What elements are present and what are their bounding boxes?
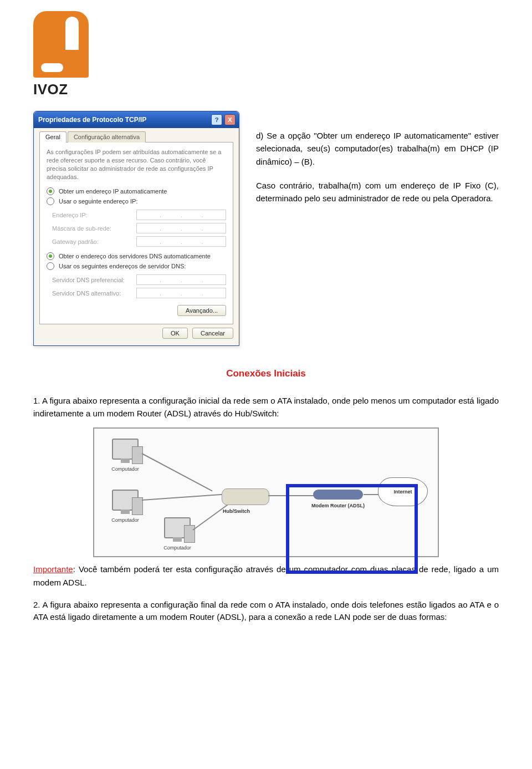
network-diagram: Computador Computador Computador Hub/Swi… — [93, 427, 439, 557]
internet-cloud-icon: Internet — [378, 477, 428, 506]
dns-preferred-label: Servidor DNS preferencial: — [52, 277, 136, 283]
tab-config-alternativa[interactable]: Configuração alternativa — [68, 131, 146, 142]
numbered-paragraph-2: 2. A figura abaixo representa a configur… — [33, 599, 499, 624]
ivoz-logo: IVOZ — [33, 11, 116, 100]
radio-selected-icon — [47, 187, 54, 195]
radio-obtain-ip-auto[interactable]: Obter um endereço IP automaticamente — [47, 187, 226, 195]
radio-use-following-ip-label: Usar o seguinte endereço IP: — [59, 198, 137, 205]
advanced-button[interactable]: Avançado... — [177, 305, 226, 316]
dns-alternate-label: Servidor DNS alternativo: — [52, 290, 136, 297]
dialog-title: Propriedades de Protocolo TCP/IP — [38, 116, 211, 124]
help-icon[interactable]: ? — [211, 114, 222, 125]
radio-obtain-dns-auto-label: Obter o endereço dos servidores DNS auto… — [59, 253, 211, 259]
tcpip-properties-dialog: Propriedades de Protocolo TCP/IP ? X Ger… — [33, 111, 239, 346]
dialog-description: As configurações IP podem ser atribuídas… — [47, 148, 226, 181]
radio-selected-icon — [47, 252, 54, 260]
cancel-button[interactable]: Cancelar — [192, 328, 233, 339]
radio-use-following-dns-label: Usar os seguintes endereços de servidor … — [59, 263, 186, 269]
computer-icon: Computador — [110, 490, 141, 523]
dns-preferred-input[interactable]: ... — [136, 274, 226, 285]
computer-label: Computador — [110, 466, 141, 472]
paragraph-caso-contrario: Caso contrário, trabalha(m) com um ender… — [256, 179, 499, 205]
tab-geral[interactable]: Geral — [39, 131, 66, 142]
paragraph-d: d) Se a opção "Obter um endereço IP auto… — [256, 129, 499, 168]
default-gateway-label: Gateway padrão: — [52, 238, 136, 245]
ok-button[interactable]: OK — [162, 328, 188, 339]
radio-use-following-dns[interactable]: Usar os seguintes endereços de servidor … — [47, 262, 226, 270]
importante-paragraph: Importante: Você também poderá ter esta … — [33, 563, 499, 589]
section-heading-conexoes-iniciais: Conexões Iniciais — [33, 368, 499, 379]
importante-text: : Você também poderá ter esta configuraç… — [33, 564, 499, 587]
radio-unselected-icon — [47, 197, 54, 205]
radio-obtain-dns-auto[interactable]: Obter o endereço dos servidores DNS auto… — [47, 252, 226, 260]
computer-label: Computador — [162, 545, 193, 551]
radio-obtain-ip-auto-label: Obter um endereço IP automaticamente — [59, 188, 167, 195]
logo-text: IVOZ — [33, 81, 116, 98]
radio-unselected-icon — [47, 262, 54, 270]
ip-address-label: Endereço IP: — [52, 212, 136, 218]
hub-switch-label: Hub/Switch — [223, 508, 250, 514]
default-gateway-input[interactable]: ... — [136, 236, 226, 247]
internet-label: Internet — [393, 489, 412, 495]
computer-label: Computador — [110, 517, 141, 523]
modem-router-label: Modem Router (ADSL) — [311, 503, 365, 508]
close-icon[interactable]: X — [224, 114, 236, 125]
subnet-mask-input[interactable]: ... — [136, 223, 226, 233]
numbered-paragraph-1: 1. A figura abaixo representa a configur… — [33, 395, 499, 420]
radio-use-following-ip[interactable]: Usar o seguinte endereço IP: — [47, 197, 226, 205]
modem-router-icon — [313, 490, 363, 500]
computer-icon: Computador — [162, 517, 193, 551]
hub-switch-icon — [222, 488, 269, 505]
computer-icon: Computador — [110, 439, 141, 472]
ip-address-input[interactable]: ... — [136, 210, 226, 220]
dialog-titlebar: Propriedades de Protocolo TCP/IP ? X — [34, 111, 239, 128]
dns-alternate-input[interactable]: ... — [136, 288, 226, 298]
subnet-mask-label: Máscara de sub-rede: — [52, 225, 136, 232]
logo-mark-icon — [33, 11, 89, 78]
importante-label: Importante — [33, 564, 73, 574]
